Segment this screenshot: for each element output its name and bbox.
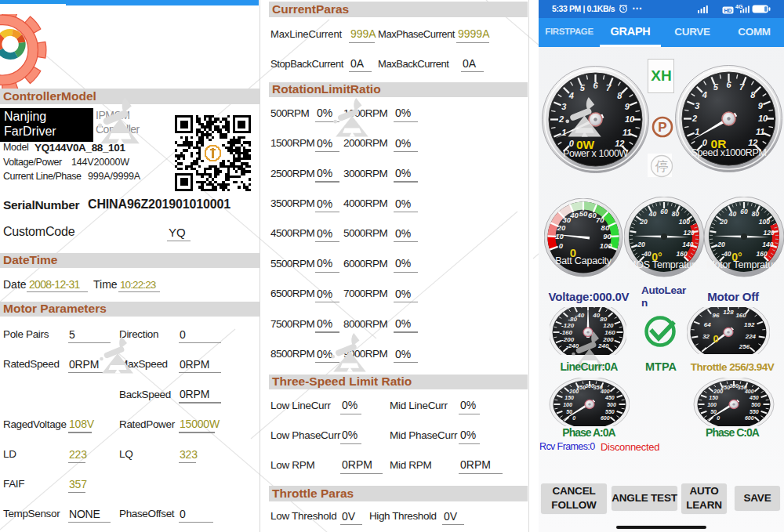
svg-text:50: 50 [566,409,572,414]
svg-text:120: 120 [603,322,614,329]
svg-text:Power x 1000W: Power x 1000W [563,148,629,159]
svg-text:40: 40 [728,210,737,218]
svg-text:100: 100 [707,402,717,407]
svg-text:12: 12 [615,139,624,148]
svg-text:2: 2 [691,114,697,123]
svg-text:400: 400 [600,389,610,394]
svg-text:Motor Temprature: Motor Temprature [706,259,781,270]
svg-text:550: 550 [605,409,615,414]
svg-text:Batt Capacity: Batt Capacity [555,255,612,266]
svg-text:1: 1 [695,127,699,136]
svg-text:-40: -40 [721,250,731,258]
svg-text:-20: -20 [635,241,645,248]
svg-text:160: 160 [677,250,688,258]
svg-text:96: 96 [712,312,719,319]
svg-text:100: 100 [563,402,572,407]
svg-text:500: 500 [607,402,616,407]
svg-text:500: 500 [751,402,760,407]
svg-text:20: 20 [557,223,566,232]
svg-text:-120: -120 [561,322,575,329]
svg-text:256: 256 [739,343,750,350]
svg-text:120: 120 [764,229,775,237]
svg-text:20: 20 [639,218,648,226]
svg-text:100: 100 [679,218,690,226]
svg-text:80: 80 [601,223,610,232]
svg-text:3: 3 [695,101,699,110]
svg-text:160: 160 [757,250,768,258]
svg-text:10: 10 [555,232,564,241]
svg-text:50: 50 [579,209,588,218]
svg-text:7: 7 [739,82,745,92]
svg-text:64: 64 [704,321,711,328]
svg-text:140: 140 [682,241,693,248]
svg-text:0: 0 [702,138,708,147]
svg-text:-20: -20 [715,241,725,248]
svg-text:150: 150 [709,395,718,400]
svg-text:150: 150 [564,395,574,400]
svg-text:100: 100 [600,241,613,250]
svg-text:40: 40 [648,210,657,218]
svg-text:100: 100 [759,218,770,226]
svg-text:11: 11 [756,127,764,136]
svg-text:7: 7 [606,83,612,92]
svg-text:40: 40 [592,312,600,319]
svg-text:P: P [658,120,666,135]
svg-text:10: 10 [625,114,635,124]
svg-text:0: 0 [572,415,575,421]
svg-text:11: 11 [622,128,631,137]
svg-text:80: 80 [672,210,680,218]
svg-text:10: 10 [758,114,768,123]
svg-text:8: 8 [617,91,622,100]
svg-text:HD: HD [724,7,731,13]
svg-text:-40: -40 [641,250,652,258]
svg-text:5: 5 [580,83,586,92]
svg-text:450: 450 [604,395,615,400]
svg-text:160: 160 [735,312,746,319]
svg-text:192: 192 [744,321,755,328]
svg-text:0: 0 [569,139,575,148]
svg-text:MOS Temprature: MOS Temprature [628,259,700,270]
svg-text:128: 128 [723,309,734,316]
svg-text:224: 224 [745,333,757,340]
svg-text:12: 12 [748,138,757,147]
svg-text:20: 20 [719,218,728,226]
svg-text:60: 60 [660,208,668,215]
svg-text:6: 6 [593,81,598,90]
svg-text:9: 9 [758,101,764,110]
svg-text:-40: -40 [575,312,585,319]
svg-text:4: 4 [702,90,707,100]
svg-text:0: 0 [559,241,564,250]
svg-text:120: 120 [684,229,695,237]
svg-text:6: 6 [726,80,731,89]
svg-text:0: 0 [717,415,720,421]
svg-text:32: 32 [702,333,710,340]
svg-text:600: 600 [745,415,754,421]
svg-text:5: 5 [713,82,719,92]
svg-text:50: 50 [710,409,717,414]
svg-text:550: 550 [750,409,759,414]
svg-text:9: 9 [625,102,630,111]
svg-text:450: 450 [749,395,759,400]
svg-text:8: 8 [750,90,756,100]
svg-text:400: 400 [744,389,754,394]
svg-text:60: 60 [740,208,748,215]
svg-text:600: 600 [601,415,610,421]
svg-text:40: 40 [569,211,579,219]
svg-text:Speed x1000RPM: Speed x1000RPM [691,147,767,158]
svg-text:80: 80 [752,210,760,218]
svg-text:140: 140 [762,241,773,248]
svg-text:0: 0 [713,333,718,345]
svg-text:停: 停 [655,159,669,174]
svg-text:90: 90 [603,232,612,241]
